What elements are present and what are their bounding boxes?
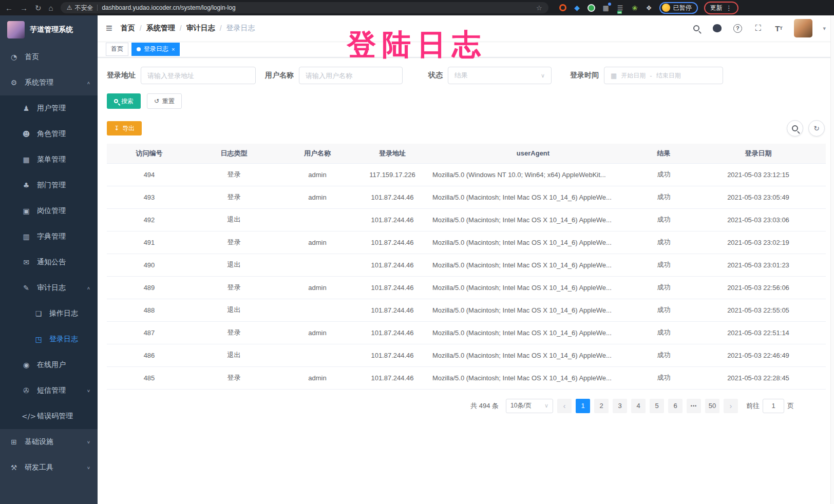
- github-icon[interactable]: [712, 23, 722, 33]
- sidebar-item-错误码管理[interactable]: </>错误码管理: [0, 403, 98, 429]
- cell-结果: 成功: [637, 366, 691, 389]
- gem-extension-icon[interactable]: ◆: [573, 4, 581, 12]
- grid-extension-icon[interactable]: ▦: [602, 4, 610, 12]
- list-extension-icon[interactable]: ☰on: [616, 4, 624, 12]
- breadcrumb-item[interactable]: 首页: [121, 24, 135, 33]
- user-avatar[interactable]: [794, 19, 812, 37]
- cell-访问编号: 493: [107, 186, 192, 208]
- cell-用户名称: [276, 254, 358, 276]
- cell-日志类型: 退出: [192, 299, 276, 321]
- sidebar-item-操作日志[interactable]: ❏操作日志: [0, 301, 98, 326]
- login-address-input[interactable]: [147, 72, 249, 80]
- sidebar-item-在线用户[interactable]: ◉在线用户: [0, 352, 98, 378]
- page-button-4[interactable]: 4: [631, 399, 646, 413]
- green-extension-icon[interactable]: [587, 4, 596, 12]
- page-button-6[interactable]: 6: [668, 399, 683, 413]
- table-row[interactable]: 487登录admin101.87.244.46Mozilla/5.0 (Maci…: [107, 321, 826, 344]
- browser-reload-icon[interactable]: ↻: [35, 4, 42, 12]
- scrollbar[interactable]: [830, 15, 834, 504]
- cell-用户名称: [276, 344, 358, 366]
- username-label: 用户名称: [265, 71, 294, 80]
- sidebar-item-部门管理[interactable]: ♣部门管理: [0, 172, 98, 198]
- sidebar-item-研发工具[interactable]: ⚒研发工具∨: [0, 455, 98, 480]
- page-button-50[interactable]: 50: [705, 399, 719, 413]
- login-time-range-picker[interactable]: ▦ 开始日期 - 结束日期: [604, 67, 723, 84]
- puzzle-extension-icon[interactable]: ❖: [645, 4, 653, 12]
- more-vert-icon[interactable]: ⋮: [726, 4, 732, 12]
- sidebar-logo-row[interactable]: 芋道管理系统: [0, 15, 98, 44]
- next-page-button[interactable]: ›: [724, 399, 738, 413]
- username-input-wrap: [299, 67, 403, 84]
- chevron-down-icon[interactable]: ▾: [823, 25, 826, 32]
- total-count: 共 494 条: [470, 401, 499, 411]
- table-row[interactable]: 493登录admin101.87.244.46Mozilla/5.0 (Maci…: [107, 186, 826, 208]
- table-row[interactable]: 485登录admin101.87.244.46Mozilla/5.0 (Maci…: [107, 366, 826, 389]
- sidebar-item-角色管理[interactable]: ☻角色管理: [0, 121, 98, 147]
- table-row[interactable]: 492退出101.87.244.46Mozilla/5.0 (Macintosh…: [107, 208, 826, 231]
- sidebar-item-用户管理[interactable]: ♟用户管理: [0, 95, 98, 121]
- cell-访问编号: 489: [107, 276, 192, 299]
- table-row[interactable]: 494登录admin117.159.17.226Mozilla/5.0 (Win…: [107, 163, 826, 186]
- fullscreen-icon[interactable]: ⛶: [753, 23, 763, 33]
- orange-extension-icon[interactable]: [559, 4, 567, 12]
- sidebar-item-短信管理[interactable]: ✇短信管理∨: [0, 378, 98, 403]
- toggle-search-icon[interactable]: [787, 120, 803, 137]
- sidebar-item-基础设施[interactable]: ⊞基础设施∨: [0, 429, 98, 455]
- tab-登录日志[interactable]: 登录日志×: [131, 43, 180, 56]
- page-button-1[interactable]: 1: [576, 399, 590, 413]
- table-row[interactable]: 486退出101.87.244.46Mozilla/5.0 (Macintosh…: [107, 344, 826, 366]
- reset-button[interactable]: ↺ 重置: [147, 93, 182, 109]
- browser-back-icon[interactable]: ←: [5, 4, 13, 12]
- breadcrumb-item[interactable]: 系统管理: [146, 24, 175, 33]
- cell-日志类型: 退出: [192, 254, 276, 276]
- search-icon[interactable]: [691, 23, 702, 33]
- security-warning[interactable]: ⚠ 不安全: [67, 4, 93, 12]
- main-area: ≡ 首页/系统管理/审计日志/登录日志 ? ⛶ TT ▾ 首页×登录日志× 登录…: [98, 15, 834, 504]
- sidebar-item-登录日志[interactable]: ◳登录日志: [0, 326, 98, 352]
- status-select[interactable]: 结果 ∨: [448, 67, 552, 84]
- search-button[interactable]: 搜索: [107, 93, 141, 109]
- username-input[interactable]: [306, 72, 396, 80]
- security-label: 不安全: [74, 4, 93, 12]
- sidebar-item-系统管理[interactable]: ⚙系统管理∧: [0, 70, 98, 95]
- browser-update-button[interactable]: 更新 ⋮: [704, 2, 738, 14]
- prev-page-button[interactable]: ‹: [557, 399, 572, 413]
- sidebar-item-首页[interactable]: ◔首页: [0, 44, 98, 70]
- table-row[interactable]: 489登录admin101.87.244.46Mozilla/5.0 (Maci…: [107, 276, 826, 299]
- select-arrow-icon: ∨: [544, 402, 548, 409]
- tab-首页[interactable]: 首页×: [106, 43, 128, 56]
- code-icon: </>: [22, 412, 31, 420]
- cell-日志类型: 登录: [192, 186, 276, 208]
- breadcrumb-item[interactable]: 审计日志: [186, 24, 215, 33]
- browser-forward-icon[interactable]: →: [20, 4, 28, 12]
- page-button-3[interactable]: 3: [613, 399, 627, 413]
- font-size-icon[interactable]: TT: [773, 23, 784, 33]
- page-button-5[interactable]: 5: [650, 399, 664, 413]
- sidebar-item-岗位管理[interactable]: ▣岗位管理: [0, 198, 98, 224]
- sidebar-item-菜单管理[interactable]: ▦菜单管理: [0, 147, 98, 172]
- cell-userAgent: Mozilla/5.0 (Macintosh; Intel Mac OS X 1…: [426, 366, 637, 389]
- page-button-2[interactable]: 2: [594, 399, 609, 413]
- table-row[interactable]: 488退出101.87.244.46Mozilla/5.0 (Macintosh…: [107, 299, 826, 321]
- browser-home-icon[interactable]: ⌂: [49, 4, 53, 12]
- browser-chrome: ← → ↻ ⌂ ⚠ 不安全 dashboard.yudao.iocoder.cn…: [0, 0, 834, 15]
- address-bar[interactable]: ⚠ 不安全 dashboard.yudao.iocoder.cn/system/…: [61, 2, 548, 13]
- sidebar-item-字典管理[interactable]: ▥字典管理: [0, 224, 98, 249]
- plant-extension-icon[interactable]: ❀: [631, 4, 639, 12]
- page-size-select[interactable]: 10条/页 ∨: [506, 399, 553, 413]
- breadcrumb-separator: /: [140, 24, 142, 32]
- login-time-label: 登录时间: [570, 71, 599, 80]
- table-row[interactable]: 491登录admin101.87.244.46Mozilla/5.0 (Maci…: [107, 231, 826, 254]
- close-icon[interactable]: ×: [172, 46, 175, 52]
- cell-结果: 成功: [637, 299, 691, 321]
- export-button[interactable]: ↧ 导出: [107, 121, 142, 135]
- bookmark-star-icon[interactable]: ☆: [536, 4, 542, 12]
- profile-paused-chip[interactable]: 已暂停: [659, 2, 698, 14]
- hamburger-icon[interactable]: ≡: [106, 23, 112, 34]
- sidebar-item-审计日志[interactable]: ✎审计日志∧: [0, 275, 98, 301]
- goto-page-input[interactable]: [763, 399, 784, 413]
- table-row[interactable]: 490退出101.87.244.46Mozilla/5.0 (Macintosh…: [107, 254, 826, 276]
- sidebar-item-通知公告[interactable]: ✉通知公告: [0, 249, 98, 275]
- help-icon[interactable]: ?: [732, 23, 743, 33]
- refresh-icon[interactable]: ↻: [808, 120, 825, 137]
